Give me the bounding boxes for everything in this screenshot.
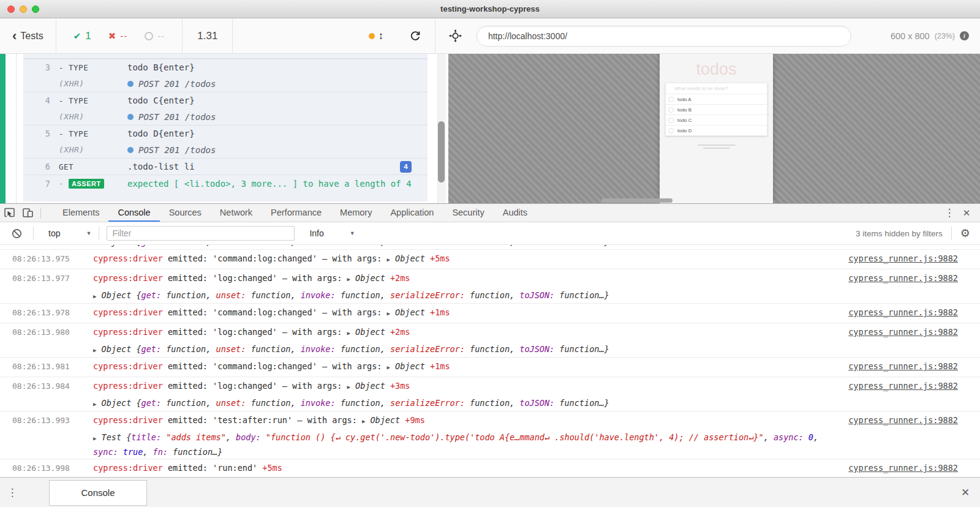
device-toolbar-button[interactable] — [18, 205, 37, 222]
tab-audits[interactable]: Audits — [494, 204, 537, 222]
object-preview-line[interactable]: ▶ Object {get: function, unset: function… — [0, 288, 980, 303]
log-token: emitted: 'test:after:run' – with args: — [163, 415, 362, 425]
source-link[interactable]: cypress_runner.js:9882 — [848, 269, 958, 287]
command-row[interactable]: 5- TYPEtodo D{enter} — [23, 125, 428, 141]
tab-elements[interactable]: Elements — [53, 204, 108, 222]
object-preview: ▶ Object {get: function, unset: function… — [93, 288, 609, 303]
tab-application[interactable]: Application — [381, 204, 443, 222]
console-message-line: 08:26:13.998cypress:driver emitted: 'run… — [0, 459, 980, 477]
minimize-window-button[interactable] — [20, 6, 27, 13]
execution-context-selector[interactable]: top ▼ — [48, 228, 91, 238]
maximize-window-button[interactable] — [32, 6, 39, 13]
command-row[interactable]: (XHR)POST 201 /todos — [23, 108, 428, 125]
log-token: serializeError: — [390, 245, 465, 247]
tab-sources[interactable]: Sources — [160, 204, 211, 222]
url-bar — [477, 26, 851, 47]
tab-console[interactable]: Console — [108, 204, 159, 222]
log-token: serializeError: — [390, 290, 465, 300]
log-token: get: — [141, 245, 162, 247]
close-window-button[interactable] — [7, 6, 15, 13]
log-level-selector[interactable]: Info ▼ — [309, 228, 355, 238]
command-row[interactable]: (XHR)POST 201 /todos — [23, 75, 428, 92]
source-link[interactable]: cypress_runner.js:9882 — [848, 323, 958, 341]
refresh-button[interactable] — [409, 30, 421, 42]
back-to-tests-button[interactable]: ‹ Tests — [0, 18, 56, 53]
command-message: todo B{enter} — [127, 62, 195, 72]
devtools-tabs: ElementsConsoleSourcesNetworkPerformance… — [53, 204, 537, 222]
console-entry: 08:26:13.980cypress:driver emitted: 'log… — [0, 323, 980, 357]
object-preview-line[interactable]: ▶ Test {title: "adds items", body: "func… — [0, 430, 980, 445]
console-filter-input[interactable] — [107, 226, 295, 241]
timestamp: 08:26:13.980 — [12, 323, 83, 341]
log-token: function, — [161, 398, 216, 408]
object-preview-line[interactable]: ▶ Object {get: function, unset: function… — [0, 396, 980, 411]
clipped-console-row: ▶ Object {get: function, unset: function… — [0, 245, 980, 249]
command-row[interactable]: 4- TYPEtodo C{enter} — [23, 92, 428, 108]
app-preview: todos What needs to be done? todo Atodo … — [448, 54, 980, 203]
tab-memory[interactable]: Memory — [331, 204, 381, 222]
app-under-test: todos What needs to be done? todo Atodo … — [660, 54, 773, 203]
console-message-line: 08:26:13.975cypress:driver emitted: 'com… — [0, 250, 980, 269]
command-row[interactable]: 6GET.todo-list li4 — [23, 158, 428, 175]
failed-stat[interactable]: ✖ -- — [108, 31, 128, 42]
log-token: function, — [465, 398, 519, 408]
new-todo-input[interactable]: What needs to be done? — [666, 83, 767, 94]
source-link[interactable]: cypress_runner.js:9882 — [848, 250, 958, 268]
pending-stat[interactable]: -- — [145, 31, 165, 41]
source-link[interactable]: cypress_runner.js:9882 — [848, 411, 958, 429]
todo-list: todo Atodo Btodo Ctodo D — [666, 94, 767, 135]
drawer-close-button[interactable]: ✕ — [958, 486, 973, 499]
scrollbar-thumb[interactable] — [438, 121, 445, 182]
log-token: cypress:driver — [93, 254, 163, 263]
command-row[interactable]: 7- ASSERTexpected [ <li.todo>, 3 more...… — [23, 175, 428, 201]
todo-toggle-checkbox[interactable] — [668, 107, 674, 113]
log-token: cypress:driver — [93, 463, 163, 473]
preview-horizontal-scrollbar-thumb[interactable] — [601, 198, 673, 203]
info-icon[interactable]: i — [960, 31, 969, 40]
viewport-scale-indicator[interactable]: ↕ — [369, 30, 383, 42]
devtools-close-button[interactable]: ✕ — [959, 208, 974, 219]
command-row[interactable]: (XHR)POST 201 /todos — [23, 141, 428, 158]
timestamp: 08:26:13.975 — [12, 250, 83, 268]
todo-toggle-checkbox[interactable] — [668, 97, 674, 102]
log-token: function, — [246, 344, 300, 354]
passed-stat[interactable]: ✔ 1 — [74, 30, 91, 42]
command-message: POST 201 /todos — [127, 112, 216, 122]
footer-text-line — [703, 148, 730, 149]
todo-item[interactable]: todo A — [666, 94, 767, 104]
clear-console-button[interactable] — [7, 225, 26, 242]
url-input[interactable] — [477, 26, 851, 47]
console-settings-gear-icon[interactable]: ⚙ — [960, 227, 970, 240]
log-token: true — [123, 447, 143, 457]
passed-count: 1 — [85, 30, 91, 42]
log-token: unset: — [216, 344, 246, 354]
inspect-element-button[interactable] — [0, 205, 18, 222]
object-preview: ▶ Object {get: function, unset: function… — [93, 342, 609, 357]
todo-item[interactable]: todo D — [666, 125, 767, 135]
todo-item[interactable]: todo C — [666, 115, 767, 125]
source-link[interactable]: cypress_runner.js:9882 — [848, 304, 958, 321]
source-link[interactable]: cypress_runner.js:9882 — [848, 459, 958, 477]
todo-item[interactable]: todo B — [666, 104, 767, 115]
todo-toggle-checkbox[interactable] — [668, 118, 674, 123]
tab-security[interactable]: Security — [443, 204, 493, 222]
command-row[interactable]: 3- TYPEtodo B{enter} — [23, 59, 428, 75]
object-preview-line[interactable]: ▶ Object {get: function, unset: function… — [0, 342, 980, 357]
source-link[interactable]: cypress_runner.js:9882 — [848, 358, 958, 375]
clear-console-icon — [12, 228, 22, 239]
drawer-console-tab[interactable]: Console — [49, 480, 147, 506]
log-token: invoke: — [301, 398, 336, 408]
object-preview-line[interactable]: sync: true, fn: function…} — [0, 445, 980, 459]
tab-network[interactable]: Network — [211, 204, 262, 222]
tab-performance[interactable]: Performance — [262, 204, 331, 222]
source-link[interactable]: cypress_runner.js:9882 — [848, 377, 958, 395]
log-token: +9ms — [400, 415, 425, 425]
log-token: function, — [336, 344, 390, 354]
log-token: serializeError: — [390, 398, 465, 408]
log-token: +1ms — [425, 361, 450, 371]
devtools-menu-button[interactable]: ⋮ — [942, 206, 957, 219]
xhr-text: POST 201 /todos — [138, 145, 216, 155]
todo-toggle-checkbox[interactable] — [668, 128, 674, 133]
drawer-menu-button[interactable]: ⋮ — [5, 486, 20, 499]
selector-playground-button[interactable] — [449, 29, 462, 42]
